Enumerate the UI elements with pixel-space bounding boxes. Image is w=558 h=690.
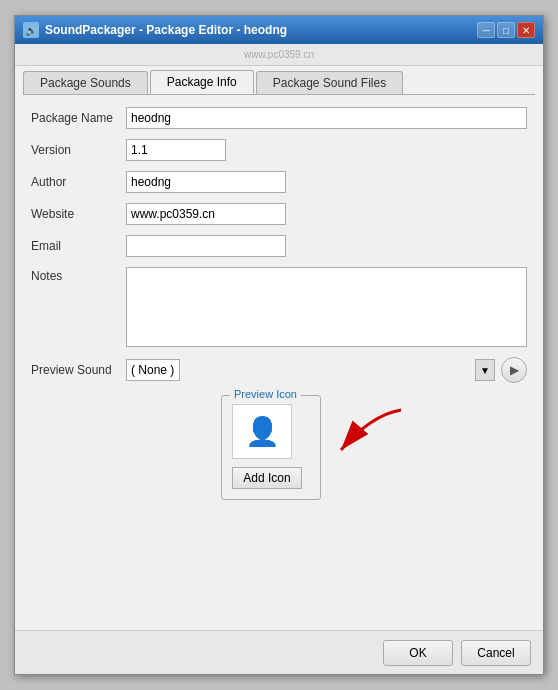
window-title: SoundPackager - Package Editor - heodng [45, 23, 287, 37]
tab-package-sound-files[interactable]: Package Sound Files [256, 71, 403, 94]
watermark-text: www.pc0359.cn [244, 49, 314, 60]
author-label: Author [31, 175, 126, 189]
notes-textarea[interactable] [126, 267, 527, 347]
package-name-input[interactable] [126, 107, 527, 129]
title-buttons: ─ □ ✕ [477, 22, 535, 38]
preview-icon-wrapper: Preview Icon 👤 Add Icon [126, 395, 527, 500]
website-row: Website [31, 203, 527, 225]
play-button[interactable]: ▶ [501, 357, 527, 383]
email-label: Email [31, 239, 126, 253]
preview-sound-select-wrapper: ( None ) ▼ [126, 359, 495, 381]
title-bar: 🔊 SoundPackager - Package Editor - heodn… [15, 16, 543, 44]
email-input[interactable] [126, 235, 286, 257]
close-button[interactable]: ✕ [517, 22, 535, 38]
cancel-button[interactable]: Cancel [461, 640, 531, 666]
ok-button[interactable]: OK [383, 640, 453, 666]
bottom-bar: OK Cancel [15, 630, 543, 674]
preview-icon-legend: Preview Icon [230, 388, 301, 400]
notes-row: Notes [31, 267, 527, 347]
website-input[interactable] [126, 203, 286, 225]
version-row: Version [31, 139, 527, 161]
title-bar-left: 🔊 SoundPackager - Package Editor - heodn… [23, 22, 287, 38]
icon-placeholder: 👤 [232, 404, 292, 459]
package-name-row: Package Name [31, 107, 527, 129]
website-label: Website [31, 207, 126, 221]
notes-label: Notes [31, 267, 126, 283]
minimize-button[interactable]: ─ [477, 22, 495, 38]
tab-package-info[interactable]: Package Info [150, 70, 254, 94]
tab-package-sounds[interactable]: Package Sounds [23, 71, 148, 94]
content-area: Package Name Version Author Website Emai… [15, 95, 543, 630]
dropdown-arrow-icon: ▼ [475, 359, 495, 381]
email-row: Email [31, 235, 527, 257]
add-icon-button[interactable]: Add Icon [232, 467, 302, 489]
version-input[interactable] [126, 139, 226, 161]
preview-icon-group: Preview Icon 👤 Add Icon [221, 395, 321, 500]
person-icon: 👤 [245, 415, 280, 448]
preview-sound-row: Preview Sound ( None ) ▼ ▶ [31, 357, 527, 383]
package-name-label: Package Name [31, 111, 126, 125]
watermark-bar: www.pc0359.cn [15, 44, 543, 66]
preview-sound-select[interactable]: ( None ) [126, 359, 180, 381]
version-label: Version [31, 143, 126, 157]
author-input[interactable] [126, 171, 286, 193]
app-icon: 🔊 [23, 22, 39, 38]
tabs-row: Package Sounds Package Info Package Soun… [15, 66, 543, 94]
maximize-button[interactable]: □ [497, 22, 515, 38]
author-row: Author [31, 171, 527, 193]
preview-sound-label: Preview Sound [31, 363, 126, 377]
red-arrow-icon [311, 405, 431, 475]
main-window: 🔊 SoundPackager - Package Editor - heodn… [14, 15, 544, 675]
